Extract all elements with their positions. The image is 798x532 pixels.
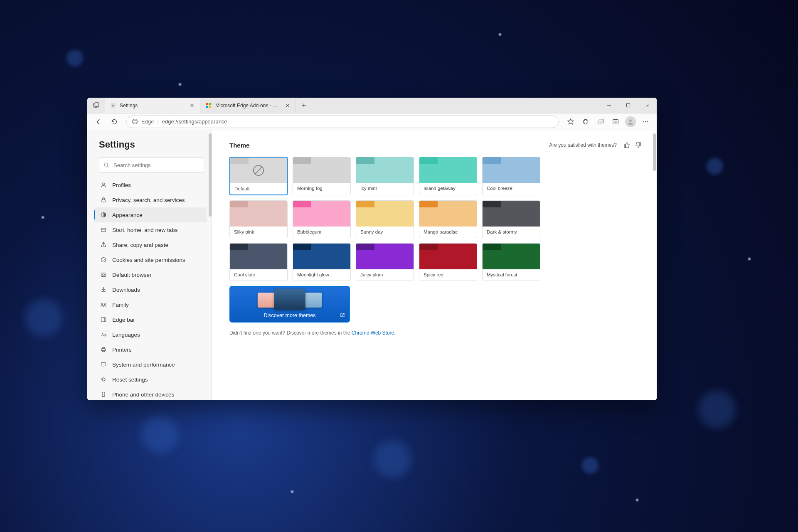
favorite-button[interactable]: [564, 116, 578, 128]
toolbar: Edge | edge://settings/appearance: [87, 113, 657, 130]
sidebar-item-label: Cookies and site permissions: [112, 257, 185, 263]
svg-rect-8: [626, 103, 630, 107]
svg-point-28: [104, 259, 105, 260]
theme-label: Island getaway: [419, 183, 477, 194]
svg-point-18: [647, 121, 648, 122]
sidebar-item-system-and-performance[interactable]: System and performance: [94, 357, 207, 372]
search-icon: [103, 162, 109, 168]
refresh-button[interactable]: [107, 116, 121, 128]
theme-silky-pink[interactable]: Silky pink: [229, 200, 288, 238]
maximize-button[interactable]: [618, 98, 638, 113]
sidebar-item-printers[interactable]: Printers: [94, 342, 207, 357]
browser-essentials-button[interactable]: [608, 116, 623, 128]
external-link-icon: [340, 313, 345, 318]
page-title: Settings: [99, 139, 204, 150]
close-window-button[interactable]: [638, 98, 657, 113]
svg-rect-6: [209, 106, 211, 108]
close-icon[interactable]: ✕: [189, 102, 195, 109]
svg-point-29: [103, 260, 103, 261]
theme-default[interactable]: Default: [229, 157, 288, 195]
theme-label: Default: [230, 183, 287, 195]
url-scheme-label: Edge: [141, 118, 154, 125]
theme-cool-slate[interactable]: Cool slate: [229, 243, 288, 281]
window-controls: [599, 98, 657, 113]
system-icon: [100, 361, 107, 368]
theme-dark-stormy[interactable]: Dark & stormy: [482, 200, 540, 238]
tab-actions-button[interactable]: [87, 98, 105, 113]
close-icon[interactable]: ✕: [285, 102, 291, 109]
sidebar-item-label: Privacy, search, and services: [112, 197, 185, 203]
theme-label: Sunny day: [356, 227, 414, 238]
sidebar-item-start-home-and-new-tabs[interactable]: Start, home, and new tabs: [94, 222, 207, 237]
profile-button[interactable]: [623, 116, 638, 128]
appearance-icon: [100, 211, 107, 219]
extensions-button[interactable]: [579, 116, 593, 128]
svg-point-16: [643, 121, 644, 122]
section-heading: Theme: [229, 142, 249, 149]
discover-more-themes[interactable]: Discover more themes: [229, 286, 350, 323]
theme-mango-paradise[interactable]: Mango paradise: [419, 200, 477, 238]
theme-cool-breeze[interactable]: Cool breeze: [482, 157, 540, 195]
svg-point-11: [133, 119, 138, 124]
theme-island-getaway[interactable]: Island getaway: [419, 157, 477, 195]
sidebar-item-label: Share, copy and paste: [112, 242, 168, 248]
sidebar-item-label: Profiles: [112, 182, 131, 188]
address-bar[interactable]: Edge | edge://settings/appearance: [126, 116, 559, 128]
sidebar-item-family[interactable]: Family: [94, 297, 207, 312]
footnote: Didn't find one you want? Discover more …: [229, 330, 644, 336]
svg-point-26: [101, 258, 106, 262]
sidebar-item-privacy-search-and-services[interactable]: Privacy, search, and services: [94, 192, 207, 207]
theme-spicy-red[interactable]: Spicy red: [419, 243, 477, 281]
theme-mystical-forest[interactable]: Mystical forest: [482, 243, 540, 281]
feedback-prompt: Are you satisfied with themes?: [549, 142, 617, 148]
thumbs-up-button[interactable]: [621, 139, 633, 151]
sidebar-item-label: Start, home, and new tabs: [112, 227, 178, 233]
sidebar-item-label: Family: [112, 302, 129, 308]
theme-moonlight-glow[interactable]: Moonlight glow: [293, 243, 351, 281]
theme-label: Icy mint: [356, 183, 414, 194]
thumbs-down-button[interactable]: [633, 139, 644, 151]
share-icon: [100, 241, 107, 249]
language-icon: A字: [100, 331, 107, 338]
edge-scheme-icon: [132, 118, 138, 125]
theme-section-header: Theme Are you satisfied with themes?: [229, 139, 644, 151]
collections-button[interactable]: [594, 116, 608, 128]
new-tab-button[interactable]: ＋: [296, 98, 312, 113]
tab-settings[interactable]: Settings ✕: [105, 98, 200, 113]
back-button[interactable]: [91, 116, 106, 128]
more-button[interactable]: [638, 116, 653, 128]
sidebar-item-label: Default browser: [112, 272, 152, 278]
settings-page: Settings Search settings ProfilesPrivacy…: [87, 130, 657, 400]
sidebar-item-default-browser[interactable]: Default browser: [94, 267, 207, 282]
theme-label: Spicy red: [419, 269, 477, 281]
scrollbar[interactable]: [209, 133, 212, 217]
tab-label: Microsoft Edge Add-ons - Theme: [215, 103, 278, 108]
theme-label: Morning fog: [293, 183, 350, 194]
sidebar-item-reset-settings[interactable]: Reset settings: [94, 372, 207, 387]
theme-sunny-day[interactable]: Sunny day: [356, 200, 414, 238]
sidebar-item-languages[interactable]: A字Languages: [94, 327, 207, 342]
theme-label: Bubblegum: [293, 227, 350, 238]
sidebar-item-cookies-and-site-permissions[interactable]: Cookies and site permissions: [94, 252, 207, 267]
sidebar-item-appearance[interactable]: Appearance: [94, 207, 207, 222]
sidebar-item-label: Languages: [112, 332, 140, 338]
theme-icy-mint[interactable]: Icy mint: [356, 157, 414, 195]
minimize-button[interactable]: [599, 98, 618, 113]
chrome-web-store-link[interactable]: Chrome Web Store: [352, 330, 394, 336]
sidebar-item-profiles[interactable]: Profiles: [94, 177, 207, 192]
tab-label: Settings: [120, 103, 138, 108]
svg-point-15: [629, 119, 632, 122]
download-icon: [100, 286, 107, 293]
sidebar-item-phone-and-other-devices[interactable]: Phone and other devices: [94, 387, 207, 400]
search-input[interactable]: Search settings: [99, 158, 204, 172]
scrollbar[interactable]: [653, 133, 656, 171]
phone-icon: [100, 391, 107, 398]
sidebar-item-share-copy-and-paste[interactable]: Share, copy and paste: [94, 237, 207, 252]
sidebar-item-edge-bar[interactable]: Edge bar: [94, 312, 207, 327]
sidebar-item-downloads[interactable]: Downloads: [94, 282, 207, 297]
svg-rect-1: [95, 103, 99, 106]
theme-bubblegum[interactable]: Bubblegum: [293, 200, 351, 238]
theme-morning-fog[interactable]: Morning fog: [293, 157, 351, 195]
theme-juicy-plum[interactable]: Juicy plum: [356, 243, 414, 281]
tab-addons[interactable]: Microsoft Edge Add-ons - Theme ✕: [200, 98, 296, 113]
